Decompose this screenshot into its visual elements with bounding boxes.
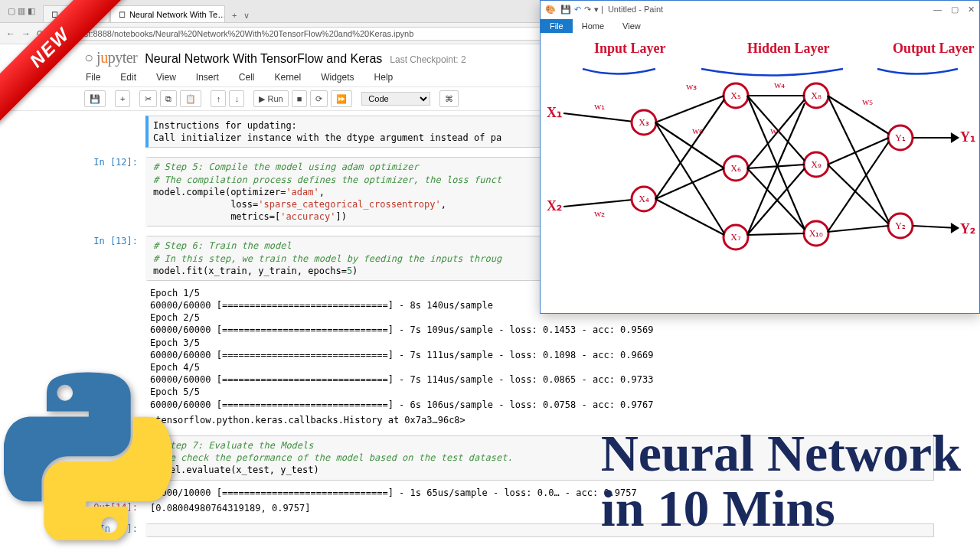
svg-text:w₁: w₁ bbox=[594, 100, 605, 112]
svg-text:w₅: w₅ bbox=[862, 96, 873, 107]
svg-text:X₉: X₉ bbox=[811, 159, 822, 170]
menu-kernel[interactable]: Kernel bbox=[273, 70, 303, 84]
svg-text:Input Layer: Input Layer bbox=[594, 41, 666, 56]
menu-insert[interactable]: Insert bbox=[194, 70, 220, 84]
menu-edit[interactable]: Edit bbox=[119, 70, 138, 84]
svg-line-41 bbox=[747, 103, 805, 235]
svg-line-7 bbox=[564, 113, 640, 122]
svg-line-49 bbox=[828, 226, 889, 232]
svg-text:Y₂: Y₂ bbox=[960, 221, 975, 236]
move-up-icon[interactable]: ↑ bbox=[211, 90, 226, 107]
minimize-icon[interactable]: — bbox=[933, 5, 942, 15]
move-down-icon[interactable]: ↓ bbox=[229, 90, 244, 107]
browser-tab-notebook[interactable]: ◻ Neural Network With Te… ✕ bbox=[110, 5, 225, 22]
svg-text:X₂: X₂ bbox=[547, 198, 562, 214]
svg-text:w₇: w₇ bbox=[770, 125, 781, 136]
svg-text:X₇: X₇ bbox=[730, 232, 741, 243]
svg-line-30 bbox=[655, 122, 724, 168]
paint-ribbon: File Home View bbox=[541, 18, 979, 34]
svg-text:Y₁: Y₁ bbox=[960, 129, 975, 145]
python-logo-icon bbox=[4, 372, 172, 543]
close-icon[interactable]: ✕ bbox=[968, 5, 975, 15]
paint-title-text: Untitled - Paint bbox=[608, 5, 663, 14]
video-title-overlay: Neural Network in 10 Mins bbox=[601, 426, 961, 536]
window-sys-icons: ▢ ▥ ◧ bbox=[0, 6, 43, 16]
refresh-icon[interactable]: ⟳ bbox=[37, 28, 44, 39]
svg-text:w₂: w₂ bbox=[594, 207, 605, 219]
add-cell-icon[interactable]: + bbox=[115, 90, 130, 107]
jupyter-logo: ○ jupyter bbox=[84, 49, 137, 67]
notebook-title[interactable]: Neural Network With TensorFlow and Keras bbox=[145, 52, 382, 66]
svg-line-48 bbox=[828, 142, 889, 232]
svg-text:X₆: X₆ bbox=[730, 163, 741, 174]
run-button[interactable]: ▶ Run bbox=[253, 90, 288, 107]
svg-text:Y₂: Y₂ bbox=[895, 220, 906, 231]
maximize-icon[interactable]: ▢ bbox=[951, 5, 959, 15]
prompt-in-13: In [13]: bbox=[0, 236, 145, 281]
svg-text:X₁: X₁ bbox=[547, 105, 562, 120]
restart-icon[interactable]: ⟳ bbox=[310, 90, 328, 107]
forward-icon[interactable]: → bbox=[21, 28, 31, 39]
svg-text:w₃: w₃ bbox=[686, 80, 697, 92]
svg-line-37 bbox=[747, 96, 805, 230]
paint-canvas[interactable]: .hand{font-family:'Comic Sans MS',cursiv… bbox=[541, 34, 979, 301]
paint-window: 🎨 💾 ↶ ↷ ▾ | Untitled - Paint — ▢ ✕ File … bbox=[540, 0, 980, 314]
copy-icon[interactable]: ⧉ bbox=[160, 90, 177, 107]
svg-text:X₁₀: X₁₀ bbox=[809, 228, 824, 239]
qa-undo-icon[interactable]: ↶ bbox=[574, 5, 581, 15]
prompt-in-12: In [12]: bbox=[0, 157, 145, 227]
svg-text:w₆: w₆ bbox=[692, 125, 703, 136]
nn-diagram: .hand{font-family:'Comic Sans MS',cursiv… bbox=[541, 34, 979, 301]
save-icon[interactable]: 💾 bbox=[84, 90, 106, 107]
svg-line-43 bbox=[747, 233, 805, 235]
back-icon[interactable]: ← bbox=[6, 28, 15, 39]
menu-file[interactable]: File bbox=[84, 70, 102, 84]
svg-text:X₅: X₅ bbox=[730, 90, 741, 101]
svg-text:Hidden Layer: Hidden Layer bbox=[747, 41, 830, 56]
command-palette-icon[interactable]: ⌘ bbox=[439, 90, 459, 107]
tab-home[interactable]: Home bbox=[573, 19, 613, 33]
tab-file[interactable]: File bbox=[541, 19, 573, 33]
qa-save-icon[interactable]: 💾 bbox=[560, 5, 571, 15]
svg-line-8 bbox=[564, 199, 640, 207]
svg-text:w₄: w₄ bbox=[774, 79, 785, 90]
tab-view[interactable]: View bbox=[613, 19, 650, 33]
svg-text:Output Layer: Output Layer bbox=[893, 41, 975, 56]
menu-cell[interactable]: Cell bbox=[237, 70, 256, 84]
svg-text:X₈: X₈ bbox=[811, 90, 822, 101]
browser-tab-home[interactable]: ◻ Home P… bbox=[43, 5, 109, 22]
qa-redo-icon[interactable]: ↷ bbox=[584, 5, 591, 15]
menu-help[interactable]: Help bbox=[373, 70, 395, 84]
svg-text:X₃: X₃ bbox=[639, 117, 649, 128]
menu-widgets[interactable]: Widgets bbox=[319, 70, 355, 84]
svg-line-47 bbox=[828, 165, 889, 224]
menu-view[interactable]: View bbox=[155, 70, 178, 84]
cut-icon[interactable]: ✂ bbox=[139, 90, 157, 107]
paste-icon[interactable]: 📋 bbox=[180, 90, 201, 107]
stop-icon[interactable]: ■ bbox=[292, 90, 308, 107]
paint-titlebar[interactable]: 🎨 💾 ↶ ↷ ▾ | Untitled - Paint — ▢ ✕ bbox=[541, 1, 979, 18]
fast-forward-icon[interactable]: ⏩ bbox=[331, 90, 352, 107]
new-tab-button[interactable]: + ∨ bbox=[226, 9, 256, 22]
checkpoint-label: Last Checkpoint: 2 bbox=[390, 54, 466, 65]
paint-app-icon: 🎨 bbox=[545, 5, 556, 15]
svg-text:Y₁: Y₁ bbox=[895, 132, 906, 143]
cell-type-select[interactable]: Code bbox=[361, 92, 430, 106]
svg-line-29 bbox=[655, 96, 724, 122]
svg-text:X₄: X₄ bbox=[639, 194, 649, 204]
